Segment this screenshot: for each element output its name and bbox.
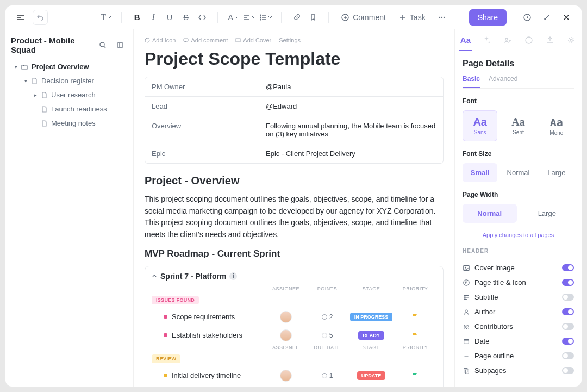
panel-icon[interactable] bbox=[113, 38, 128, 53]
sprint-header[interactable]: Sprint 7 - Platform i bbox=[152, 272, 436, 281]
info-icon[interactable]: i bbox=[229, 272, 237, 280]
toggle-row-subpages: Subpages bbox=[463, 363, 574, 378]
code-button[interactable] bbox=[195, 10, 210, 25]
avatar[interactable] bbox=[280, 311, 292, 323]
link-button[interactable] bbox=[289, 10, 304, 25]
avatar[interactable] bbox=[280, 370, 292, 382]
text-color-button[interactable]: A bbox=[226, 10, 241, 25]
outline-icon bbox=[463, 352, 470, 360]
tab-comments[interactable] bbox=[518, 29, 539, 51]
paragraph-style-button[interactable]: T bbox=[98, 10, 114, 25]
bold-button[interactable]: B bbox=[129, 10, 145, 25]
size-option-large[interactable]: Large bbox=[539, 163, 574, 182]
add-icon-button[interactable]: Add Icon bbox=[145, 37, 176, 43]
tab-ai[interactable] bbox=[476, 29, 497, 51]
subtab-basic[interactable]: Basic bbox=[463, 75, 480, 88]
toggle-switch[interactable] bbox=[562, 264, 574, 271]
add-cover-button[interactable]: Add Cover bbox=[235, 37, 271, 43]
toggle-switch[interactable] bbox=[562, 323, 574, 330]
tree-item-launch-readiness[interactable]: ▸ Launch readiness bbox=[11, 102, 128, 116]
flag-icon[interactable] bbox=[412, 332, 419, 339]
tree-item-decision-register[interactable]: ▾ Decision register bbox=[11, 74, 128, 88]
page-settings-button[interactable]: Settings bbox=[279, 37, 301, 43]
font-option-mono[interactable]: AaMono bbox=[539, 110, 574, 141]
align-button[interactable] bbox=[242, 10, 257, 25]
search-icon[interactable] bbox=[95, 38, 110, 53]
toggle-switch[interactable] bbox=[562, 367, 574, 374]
task-row[interactable]: Scope requirements 2 IN PROGRESS bbox=[152, 308, 436, 326]
stage-chip[interactable]: UPDATE bbox=[357, 371, 385, 380]
add-comment-button[interactable]: Add comment bbox=[183, 37, 228, 43]
avatar[interactable] bbox=[280, 329, 292, 341]
section-roadmap-heading[interactable]: MVP Roadmap - Current Sprint bbox=[145, 248, 444, 259]
column-headers: ASSIGNEEPOINTSSTAGEPRIORITY bbox=[152, 286, 436, 294]
subtab-advanced[interactable]: Advanced bbox=[489, 75, 517, 88]
svg-point-8 bbox=[100, 42, 104, 47]
share-button[interactable]: Share bbox=[469, 9, 507, 26]
stage-chip[interactable]: IN PROGRESS bbox=[350, 313, 393, 321]
menu-icon[interactable] bbox=[13, 10, 28, 25]
font-option-sans[interactable]: AaSans bbox=[463, 110, 497, 141]
meta-table: PM Owner@PaulaLead@EdwardOverviewFollowi… bbox=[145, 77, 444, 164]
stage-chip[interactable]: READY bbox=[358, 331, 384, 340]
size-option-small[interactable]: Small bbox=[463, 163, 497, 182]
toggle-label: Date bbox=[474, 337, 558, 345]
width-option-large[interactable]: Large bbox=[520, 204, 574, 223]
meta-row[interactable]: Lead@Edward bbox=[145, 97, 443, 116]
svg-point-20 bbox=[467, 325, 469, 327]
undo-button[interactable] bbox=[33, 10, 48, 25]
meta-row[interactable]: PM Owner@Paula bbox=[145, 77, 443, 97]
close-icon[interactable] bbox=[559, 10, 574, 25]
toggle-label: Subtitle bbox=[474, 293, 558, 301]
tree-item-meeting-notes[interactable]: ▸ Meeting notes bbox=[11, 116, 128, 130]
tab-settings[interactable] bbox=[560, 29, 582, 51]
group-chip[interactable]: REVIEW bbox=[152, 354, 180, 363]
task-button[interactable]: Task bbox=[395, 11, 430, 24]
flag-icon[interactable] bbox=[412, 314, 419, 320]
toggle-switch[interactable] bbox=[562, 308, 574, 315]
meta-row[interactable]: EpicEpic - Client Project Delivery bbox=[145, 144, 443, 163]
history-icon[interactable] bbox=[520, 10, 535, 25]
task-row[interactable]: Initial delivery timeline 1 UPDATE bbox=[152, 366, 436, 385]
toggle-row-page-title-icon: Page title & Icon bbox=[463, 275, 574, 290]
page-title[interactable]: Project Scope Template bbox=[145, 49, 444, 69]
italic-button[interactable]: I bbox=[146, 10, 161, 25]
task-row[interactable]: Establish stakeholders 5 READY bbox=[152, 326, 436, 345]
meta-row[interactable]: OverviewFollowing annual planning, the M… bbox=[145, 116, 443, 144]
section-overview-heading[interactable]: Project - Overview bbox=[145, 175, 444, 187]
overview-paragraph[interactable]: This project scoping document outlines t… bbox=[145, 194, 444, 241]
comment-icon bbox=[341, 13, 349, 22]
tab-export[interactable] bbox=[539, 29, 560, 51]
page-actions: Add Icon Add comment Add Cover Settings bbox=[145, 37, 444, 43]
strikethrough-button[interactable]: S bbox=[178, 10, 193, 25]
toggle-switch[interactable] bbox=[562, 279, 574, 286]
svg-point-0 bbox=[260, 15, 261, 16]
apply-all-link[interactable]: Apply changes to all pages bbox=[463, 232, 574, 238]
toggle-switch[interactable] bbox=[562, 338, 574, 345]
tab-typography[interactable]: Aa bbox=[455, 29, 476, 51]
task-title: Initial delivery timeline bbox=[172, 371, 241, 379]
more-button[interactable] bbox=[434, 10, 449, 25]
group-chip[interactable]: ISSUES FOUND bbox=[152, 296, 199, 304]
tree-item-project-overview[interactable]: ▾ Project Overview bbox=[11, 60, 128, 73]
toggle-row-cover-image: Cover image bbox=[463, 260, 574, 275]
list-button[interactable] bbox=[258, 10, 273, 25]
collapse-icon[interactable] bbox=[539, 10, 554, 25]
svg-point-13 bbox=[526, 37, 532, 43]
toggle-switch[interactable] bbox=[562, 352, 574, 359]
bookmark-button[interactable] bbox=[305, 10, 321, 25]
width-option-normal[interactable]: Normal bbox=[463, 204, 517, 223]
font-option-serif[interactable]: AaSerif bbox=[501, 110, 535, 141]
meta-label: PM Owner bbox=[145, 77, 259, 96]
tree-item-user-research[interactable]: ▸ User research bbox=[11, 88, 128, 102]
comment-button[interactable]: Comment bbox=[336, 11, 390, 24]
column-headers: ASSIGNEEDUE DATESTAGEPRIORITY bbox=[152, 345, 436, 352]
points-icon bbox=[322, 373, 327, 378]
size-option-normal[interactable]: Normal bbox=[501, 163, 535, 182]
flag-icon[interactable] bbox=[412, 372, 419, 379]
underline-button[interactable]: U bbox=[162, 10, 177, 25]
svg-point-19 bbox=[465, 325, 467, 327]
tab-people[interactable] bbox=[497, 29, 519, 51]
sprint-widget: Sprint 7 - Platform i ASSIGNEEPOINTSSTAG… bbox=[145, 266, 444, 387]
toggle-switch[interactable] bbox=[562, 294, 574, 301]
